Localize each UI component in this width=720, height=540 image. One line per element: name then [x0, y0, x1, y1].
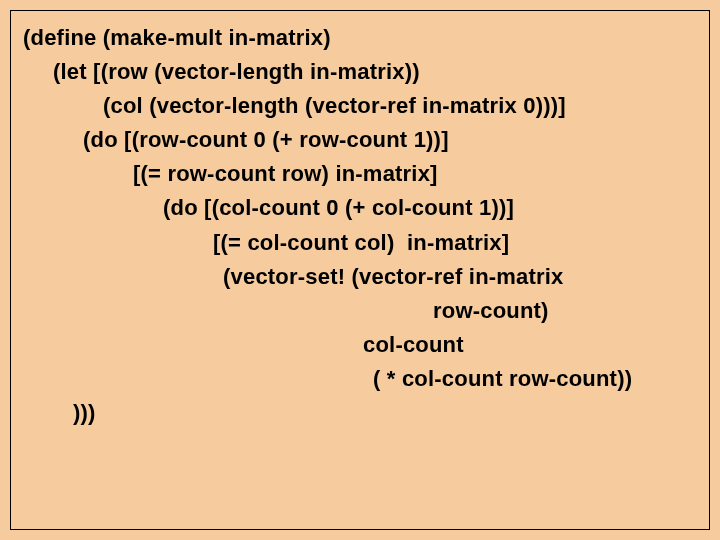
code-line: (vector-set! (vector-ref in-matrix [23, 260, 691, 294]
code-line: ))) [23, 396, 691, 430]
code-line: (let [(row (vector-length in-matrix)) [23, 55, 691, 89]
code-line: (define (make-mult in-matrix) [23, 21, 691, 55]
code-line: ( * col-count row-count)) [23, 362, 691, 396]
code-line: col-count [23, 328, 691, 362]
code-line: (do [(row-count 0 (+ row-count 1))] [23, 123, 691, 157]
code-line: (col (vector-length (vector-ref in-matri… [23, 89, 691, 123]
code-line: row-count) [23, 294, 691, 328]
code-line: (do [(col-count 0 (+ col-count 1))] [23, 191, 691, 225]
code-slide: (define (make-mult in-matrix) (let [(row… [10, 10, 710, 530]
code-line: [(= row-count row) in-matrix] [23, 157, 691, 191]
code-line: [(= col-count col) in-matrix] [23, 226, 691, 260]
